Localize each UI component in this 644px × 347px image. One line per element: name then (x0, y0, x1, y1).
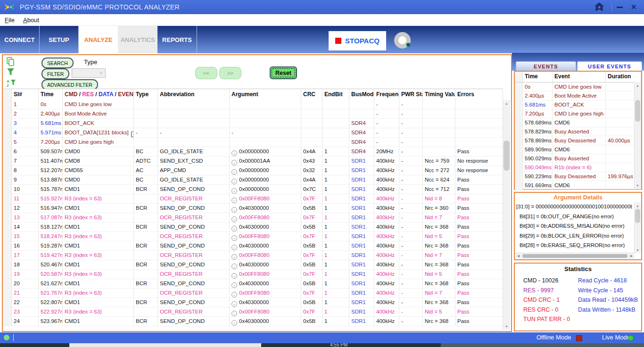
next-page-button[interactable]: >> (219, 67, 241, 79)
table-vertical-scrollbar[interactable]: ▲ ▼ (503, 100, 510, 330)
event-row[interactable]: 589.909msCMD6 (515, 145, 641, 154)
table-row[interactable]: 18520.467msCMD1BCRSEND_OP_COND⌄0x4030000… (3, 260, 503, 270)
event-row[interactable]: 590.049msR1b (index = 6) (515, 163, 641, 172)
table-row[interactable]: 17519.427msR3 (index = 63)OCR_REGISTER⌄0… (3, 251, 503, 260)
type-dropdown[interactable]: ˅ (72, 68, 106, 78)
expand-argument-icon[interactable]: ⌄ (231, 179, 237, 184)
expand-argument-icon[interactable]: ⌄ (231, 226, 237, 231)
event-row[interactable]: 578.829msBusy Asserted (515, 127, 641, 136)
scroll-up-icon[interactable]: ▲ (635, 202, 641, 209)
argument-horizontal-scrollbar[interactable]: ◀ ▶ (515, 253, 635, 259)
expand-argument-icon[interactable]: ⌄ (231, 282, 237, 288)
table-row[interactable]: 8512.207msCMD55ACAPP_CMD⌄0x000000000x321… (3, 166, 503, 175)
tab-analyze[interactable]: ANALYZE (79, 26, 118, 53)
event-row[interactable]: 590.229msBusy Deasserted199.976µs (515, 172, 641, 181)
event-row[interactable]: 0sCMD Line goes low (515, 83, 641, 91)
col-argument-header[interactable]: Argument (230, 89, 301, 100)
event-row[interactable]: 7.200µsCMD Line goes high (515, 109, 641, 118)
stopacq-button[interactable]: STOPACQ (329, 31, 386, 50)
scrollbar-thumb[interactable] (522, 254, 627, 258)
home-icon[interactable] (594, 2, 604, 13)
scroll-down-icon[interactable]: ▼ (635, 182, 641, 189)
event-row[interactable]: 578.869msBusy Deasserted40.000µs (515, 136, 641, 145)
table-row[interactable]: 10515.787msCMD1BCRSEND_OP_COND⌄0x0000000… (3, 185, 503, 194)
col-time-header[interactable]: Time (39, 89, 63, 100)
col-timing-value-header[interactable]: Timing Value (423, 89, 455, 100)
expand-argument-icon[interactable]: ⌄ (231, 301, 237, 307)
table-row[interactable]: 9513.887msCMD0BCGO_IDLE_STATE⌄0x00000000… (3, 175, 503, 185)
scrollbar-thumb[interactable] (635, 209, 640, 223)
filter-button[interactable]: FILTER (41, 68, 69, 79)
table-row[interactable]: 11515.927msR3 (index = 63)OCR_REGISTER⌄0… (3, 194, 503, 204)
tab-connect[interactable]: CONNECT (0, 26, 40, 53)
scroll-left-icon[interactable]: ◀ (515, 254, 521, 258)
expand-argument-icon[interactable]: ⌄ (231, 150, 237, 156)
table-row[interactable]: 12516.947msCMD1BCRSEND_OP_COND⌄0x4030000… (3, 204, 503, 213)
scrollbar-thumb[interactable] (635, 100, 640, 122)
table-row[interactable]: 22522.807msCMD1BCRSEND_OP_COND⌄0x4030000… (3, 298, 503, 307)
sort-filter-icon[interactable]: A Z (7, 79, 16, 89)
col-pwr-state-header[interactable]: PWR State (399, 89, 423, 100)
table-row[interactable]: 22.400µsBoot Mode Active-- (3, 109, 503, 119)
table-row[interactable]: 16519.287msCMD1BCRSEND_OP_COND⌄0x4030000… (3, 241, 503, 251)
col-endbit-header[interactable]: EndBit (322, 89, 349, 100)
events-col-event-header[interactable]: Event (553, 72, 606, 82)
table-row[interactable]: 21521.767msR3 (index = 63)OCR_REGISTER⌄0… (3, 289, 503, 298)
expand-argument-icon[interactable]: ⌄ (231, 273, 237, 279)
table-row[interactable]: 23522.927msR3 (index = 63)OCR_REGISTER⌄0… (3, 307, 503, 317)
tab-user-events[interactable]: USER EVENTS (577, 61, 642, 71)
event-row[interactable]: 591.669msCMD6 (515, 181, 641, 190)
reset-button[interactable]: Reset (270, 66, 297, 79)
expand-argument-icon[interactable]: ⌄ (231, 320, 237, 326)
table-row[interactable]: 13517.087msR3 (index = 63)OCR_REGISTER⌄0… (3, 213, 503, 223)
tab-events[interactable]: EVENTS (516, 61, 576, 71)
expand-argument-icon[interactable]: ⌄ (231, 188, 237, 194)
event-row[interactable]: 2.400µsBoot Mode Active (515, 91, 641, 100)
table-row[interactable]: 10sCMD Line goes low-- (3, 100, 503, 109)
expand-argument-icon[interactable]: ⌄ (231, 264, 237, 269)
menu-file[interactable]: File (5, 17, 15, 24)
expand-argument-icon[interactable]: ⌄ (231, 198, 237, 203)
col-event-header[interactable]: CMD / RES / DATA / EVENT (63, 89, 134, 100)
col-busmode-header[interactable]: BusMode (349, 89, 374, 100)
table-row[interactable]: 24523.967msCMD1BCRSEND_OP_COND⌄0x4030000… (3, 317, 503, 326)
event-row[interactable]: 578.689msCMD6 (515, 118, 641, 127)
table-row[interactable]: 15518.247msR3 (index = 63)OCR_REGISTER⌄0… (3, 232, 503, 241)
tab-setup[interactable]: SETUP (40, 26, 79, 53)
events-col-duration-header[interactable]: Duration (606, 72, 641, 82)
expand-argument-icon[interactable]: ⌄ (231, 245, 237, 250)
expand-argument-icon[interactable]: ⌄ (231, 254, 237, 260)
prev-page-button[interactable]: << (195, 67, 217, 79)
table-row[interactable]: 45.971msBOOT_DATA[1231 blocks]↗---SDR4-- (3, 128, 503, 138)
col-errors-header[interactable]: Errors (455, 89, 503, 100)
scroll-right-icon[interactable]: ▶ (628, 254, 635, 258)
search-button[interactable]: SEARCH (41, 58, 74, 68)
table-row[interactable]: 6509.507msCMD0BCGO_IDLE_STATE⌄0x00000000… (3, 147, 503, 157)
expand-argument-icon[interactable]: ⌄ (231, 216, 237, 222)
close-button[interactable]: ✕ (631, 3, 637, 11)
scrollbar-thumb[interactable] (504, 140, 510, 171)
expand-argument-icon[interactable]: ⌄ (231, 160, 237, 165)
scroll-up-icon[interactable]: ▲ (635, 82, 641, 89)
event-row[interactable]: 5.681msBOOT_ACK (515, 100, 641, 109)
events-col-time-header[interactable]: Time (523, 72, 553, 82)
scroll-up-icon[interactable]: ▲ (503, 100, 510, 107)
scroll-down-icon[interactable]: ▼ (503, 323, 510, 330)
event-row[interactable]: 590.029msBusy Asserted (515, 154, 641, 163)
expand-argument-icon[interactable]: ⌄ (231, 169, 237, 175)
expand-argument-icon[interactable]: ⌄ (231, 311, 237, 316)
minimize-button[interactable] (617, 7, 623, 8)
expand-argument-icon[interactable]: ⌄ (231, 235, 237, 241)
table-row[interactable]: 20521.627msCMD1BCRSEND_OP_COND⌄0x4030000… (3, 279, 503, 289)
menu-about[interactable]: About (23, 17, 39, 24)
col-sl-header[interactable]: Sl# (12, 89, 39, 100)
table-row[interactable]: 35.681msBOOT_ACKSDR4-- (3, 119, 503, 128)
col-abbreviation-header[interactable]: Abbreviation (158, 89, 230, 100)
table-row[interactable]: 19520.587msR3 (index = 63)OCR_REGISTER⌄0… (3, 270, 503, 279)
col-type-header[interactable]: Type (134, 89, 158, 100)
events-vertical-scrollbar[interactable]: ▲ ▼ (634, 82, 641, 189)
tab-reports[interactable]: REPORTS (157, 26, 197, 53)
filter-icon[interactable] (7, 68, 15, 78)
expand-argument-icon[interactable]: ⌄ (231, 292, 237, 297)
expand-argument-icon[interactable]: ⌄ (231, 207, 237, 213)
